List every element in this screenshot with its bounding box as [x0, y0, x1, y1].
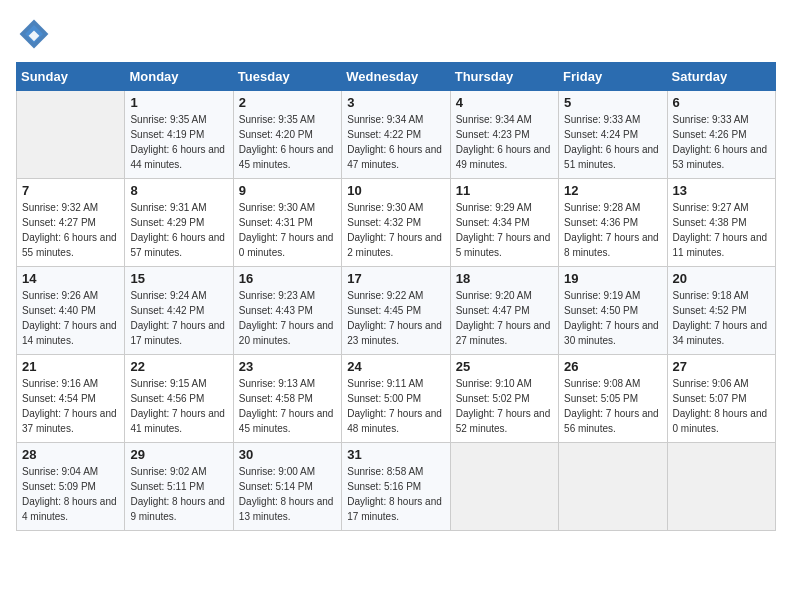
logo	[16, 16, 56, 52]
day-number: 11	[456, 183, 553, 198]
calendar-body: 1Sunrise: 9:35 AMSunset: 4:19 PMDaylight…	[17, 91, 776, 531]
day-number: 24	[347, 359, 444, 374]
weekday-header-sunday: Sunday	[17, 63, 125, 91]
calendar-cell: 22Sunrise: 9:15 AMSunset: 4:56 PMDayligh…	[125, 355, 233, 443]
day-number: 6	[673, 95, 770, 110]
day-info: Sunrise: 9:18 AMSunset: 4:52 PMDaylight:…	[673, 288, 770, 348]
calendar-cell: 19Sunrise: 9:19 AMSunset: 4:50 PMDayligh…	[559, 267, 667, 355]
weekday-header-monday: Monday	[125, 63, 233, 91]
day-info: Sunrise: 9:26 AMSunset: 4:40 PMDaylight:…	[22, 288, 119, 348]
day-info: Sunrise: 9:04 AMSunset: 5:09 PMDaylight:…	[22, 464, 119, 524]
calendar-week-4: 21Sunrise: 9:16 AMSunset: 4:54 PMDayligh…	[17, 355, 776, 443]
day-number: 20	[673, 271, 770, 286]
day-info: Sunrise: 9:20 AMSunset: 4:47 PMDaylight:…	[456, 288, 553, 348]
day-number: 17	[347, 271, 444, 286]
weekday-header-friday: Friday	[559, 63, 667, 91]
day-number: 25	[456, 359, 553, 374]
day-info: Sunrise: 9:23 AMSunset: 4:43 PMDaylight:…	[239, 288, 336, 348]
day-info: Sunrise: 9:22 AMSunset: 4:45 PMDaylight:…	[347, 288, 444, 348]
calendar-cell: 28Sunrise: 9:04 AMSunset: 5:09 PMDayligh…	[17, 443, 125, 531]
calendar-cell: 1Sunrise: 9:35 AMSunset: 4:19 PMDaylight…	[125, 91, 233, 179]
calendar-cell: 14Sunrise: 9:26 AMSunset: 4:40 PMDayligh…	[17, 267, 125, 355]
calendar-cell	[450, 443, 558, 531]
day-info: Sunrise: 8:58 AMSunset: 5:16 PMDaylight:…	[347, 464, 444, 524]
day-number: 16	[239, 271, 336, 286]
day-info: Sunrise: 9:02 AMSunset: 5:11 PMDaylight:…	[130, 464, 227, 524]
day-number: 19	[564, 271, 661, 286]
calendar-cell: 26Sunrise: 9:08 AMSunset: 5:05 PMDayligh…	[559, 355, 667, 443]
day-number: 28	[22, 447, 119, 462]
day-number: 30	[239, 447, 336, 462]
calendar-cell: 9Sunrise: 9:30 AMSunset: 4:31 PMDaylight…	[233, 179, 341, 267]
day-info: Sunrise: 9:30 AMSunset: 4:32 PMDaylight:…	[347, 200, 444, 260]
day-info: Sunrise: 9:29 AMSunset: 4:34 PMDaylight:…	[456, 200, 553, 260]
calendar-cell: 4Sunrise: 9:34 AMSunset: 4:23 PMDaylight…	[450, 91, 558, 179]
calendar-cell: 2Sunrise: 9:35 AMSunset: 4:20 PMDaylight…	[233, 91, 341, 179]
calendar-cell: 17Sunrise: 9:22 AMSunset: 4:45 PMDayligh…	[342, 267, 450, 355]
day-info: Sunrise: 9:34 AMSunset: 4:23 PMDaylight:…	[456, 112, 553, 172]
day-number: 23	[239, 359, 336, 374]
calendar-cell: 11Sunrise: 9:29 AMSunset: 4:34 PMDayligh…	[450, 179, 558, 267]
day-number: 12	[564, 183, 661, 198]
calendar-cell: 8Sunrise: 9:31 AMSunset: 4:29 PMDaylight…	[125, 179, 233, 267]
day-number: 9	[239, 183, 336, 198]
day-number: 18	[456, 271, 553, 286]
calendar-cell: 10Sunrise: 9:30 AMSunset: 4:32 PMDayligh…	[342, 179, 450, 267]
calendar-cell	[667, 443, 775, 531]
day-info: Sunrise: 9:08 AMSunset: 5:05 PMDaylight:…	[564, 376, 661, 436]
calendar-cell: 12Sunrise: 9:28 AMSunset: 4:36 PMDayligh…	[559, 179, 667, 267]
day-number: 7	[22, 183, 119, 198]
day-info: Sunrise: 9:24 AMSunset: 4:42 PMDaylight:…	[130, 288, 227, 348]
day-number: 26	[564, 359, 661, 374]
calendar-cell: 27Sunrise: 9:06 AMSunset: 5:07 PMDayligh…	[667, 355, 775, 443]
day-info: Sunrise: 9:13 AMSunset: 4:58 PMDaylight:…	[239, 376, 336, 436]
day-number: 15	[130, 271, 227, 286]
calendar-week-1: 1Sunrise: 9:35 AMSunset: 4:19 PMDaylight…	[17, 91, 776, 179]
weekday-header-wednesday: Wednesday	[342, 63, 450, 91]
weekday-header-tuesday: Tuesday	[233, 63, 341, 91]
calendar-cell: 3Sunrise: 9:34 AMSunset: 4:22 PMDaylight…	[342, 91, 450, 179]
header	[16, 16, 776, 52]
calendar-week-3: 14Sunrise: 9:26 AMSunset: 4:40 PMDayligh…	[17, 267, 776, 355]
calendar-cell: 18Sunrise: 9:20 AMSunset: 4:47 PMDayligh…	[450, 267, 558, 355]
day-info: Sunrise: 9:27 AMSunset: 4:38 PMDaylight:…	[673, 200, 770, 260]
day-number: 21	[22, 359, 119, 374]
day-number: 29	[130, 447, 227, 462]
calendar-cell: 16Sunrise: 9:23 AMSunset: 4:43 PMDayligh…	[233, 267, 341, 355]
day-number: 10	[347, 183, 444, 198]
calendar-table: SundayMondayTuesdayWednesdayThursdayFrid…	[16, 62, 776, 531]
calendar-cell: 30Sunrise: 9:00 AMSunset: 5:14 PMDayligh…	[233, 443, 341, 531]
calendar-cell: 20Sunrise: 9:18 AMSunset: 4:52 PMDayligh…	[667, 267, 775, 355]
day-number: 5	[564, 95, 661, 110]
day-number: 3	[347, 95, 444, 110]
calendar-cell: 29Sunrise: 9:02 AMSunset: 5:11 PMDayligh…	[125, 443, 233, 531]
page-container: SundayMondayTuesdayWednesdayThursdayFrid…	[0, 0, 792, 547]
day-info: Sunrise: 9:00 AMSunset: 5:14 PMDaylight:…	[239, 464, 336, 524]
calendar-cell: 31Sunrise: 8:58 AMSunset: 5:16 PMDayligh…	[342, 443, 450, 531]
weekday-row: SundayMondayTuesdayWednesdayThursdayFrid…	[17, 63, 776, 91]
day-number: 8	[130, 183, 227, 198]
weekday-header-saturday: Saturday	[667, 63, 775, 91]
day-number: 22	[130, 359, 227, 374]
day-info: Sunrise: 9:19 AMSunset: 4:50 PMDaylight:…	[564, 288, 661, 348]
day-info: Sunrise: 9:33 AMSunset: 4:24 PMDaylight:…	[564, 112, 661, 172]
calendar-cell	[559, 443, 667, 531]
day-info: Sunrise: 9:35 AMSunset: 4:19 PMDaylight:…	[130, 112, 227, 172]
calendar-week-5: 28Sunrise: 9:04 AMSunset: 5:09 PMDayligh…	[17, 443, 776, 531]
day-info: Sunrise: 9:11 AMSunset: 5:00 PMDaylight:…	[347, 376, 444, 436]
calendar-cell: 13Sunrise: 9:27 AMSunset: 4:38 PMDayligh…	[667, 179, 775, 267]
day-number: 14	[22, 271, 119, 286]
day-number: 2	[239, 95, 336, 110]
day-number: 13	[673, 183, 770, 198]
day-info: Sunrise: 9:34 AMSunset: 4:22 PMDaylight:…	[347, 112, 444, 172]
day-number: 1	[130, 95, 227, 110]
day-info: Sunrise: 9:32 AMSunset: 4:27 PMDaylight:…	[22, 200, 119, 260]
weekday-header-thursday: Thursday	[450, 63, 558, 91]
day-number: 27	[673, 359, 770, 374]
day-info: Sunrise: 9:10 AMSunset: 5:02 PMDaylight:…	[456, 376, 553, 436]
calendar-week-2: 7Sunrise: 9:32 AMSunset: 4:27 PMDaylight…	[17, 179, 776, 267]
calendar-cell	[17, 91, 125, 179]
day-number: 31	[347, 447, 444, 462]
day-info: Sunrise: 9:33 AMSunset: 4:26 PMDaylight:…	[673, 112, 770, 172]
logo-icon	[16, 16, 52, 52]
